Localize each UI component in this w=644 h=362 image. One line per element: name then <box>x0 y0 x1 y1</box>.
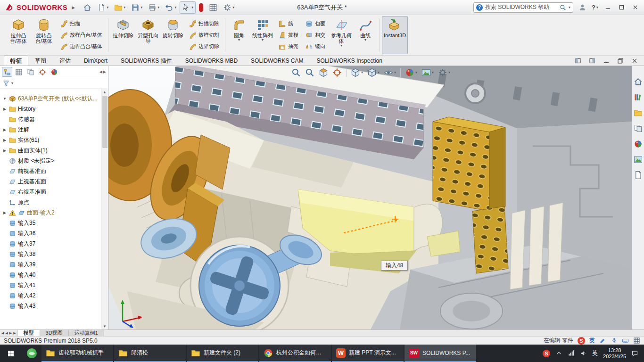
dropdown-caret-icon[interactable]: ▾ <box>174 6 176 9</box>
dropdown-caret-icon[interactable]: ▾ <box>107 6 108 9</box>
close-button[interactable] <box>628 2 642 13</box>
view-orientation-button[interactable]: ▾ <box>351 68 363 77</box>
taskbar-item-chrome[interactable]: 杭州公积金如何一—... <box>259 345 331 362</box>
tab-features[interactable]: 特征 <box>4 56 28 66</box>
display-report-button[interactable] <box>206 1 220 14</box>
appearances-icon[interactable] <box>634 140 643 148</box>
scrollbar-thumb[interactable] <box>102 96 107 148</box>
tab-evaluate[interactable]: 评估 <box>53 56 77 66</box>
last-tab-icon[interactable]: ▶ <box>13 331 16 335</box>
taskbar-item-folder3[interactable]: 新建文件夹 (2) <box>187 345 258 362</box>
ribbon-button-rib[interactable]: 筋 <box>277 18 300 29</box>
dropdown-caret-icon[interactable]: ▾ <box>361 71 363 74</box>
ribbon-button-shell[interactable]: 抽壳 <box>277 41 300 51</box>
taskbar-clock[interactable]: 13:28 2023/4/25 <box>603 347 626 360</box>
new-document-button[interactable]: ▾ <box>95 1 111 14</box>
apply-scene-button[interactable]: ▾ <box>421 68 434 77</box>
volume-icon[interactable] <box>580 350 587 357</box>
tab-property-manager[interactable] <box>14 67 24 77</box>
view-palette-icon[interactable] <box>634 124 643 133</box>
ribbon-button-boundary-cut[interactable]: 边界切除 <box>187 41 221 51</box>
tab-model[interactable]: 模型 <box>18 330 40 336</box>
expand-icon[interactable]: ▶ <box>2 148 7 153</box>
ribbon-button-wrap[interactable]: 包覆 <box>304 18 327 29</box>
tree-item-surface-bodies[interactable]: ▶曲面实体(1) <box>0 145 108 156</box>
scroll-left-icon[interactable]: ◀ <box>99 70 102 74</box>
dropdown-caret-icon[interactable]: ▾ <box>364 38 366 42</box>
ribbon-button-curves[interactable]: 曲线▾ <box>354 16 377 54</box>
collapse-icon[interactable]: ▼ <box>2 97 7 101</box>
dropdown-caret-icon[interactable]: ▾ <box>124 6 125 9</box>
tree-filter[interactable]: ▾ <box>0 78 108 89</box>
tab-dimxpert[interactable]: DimXpert <box>77 56 114 66</box>
tree-item-top-plane[interactable]: 上视基准面 <box>0 176 108 187</box>
print-button[interactable]: ▾ <box>146 1 162 14</box>
network-icon[interactable] <box>568 350 575 357</box>
dropdown-caret-icon[interactable]: ▾ <box>432 71 434 74</box>
display-style-button[interactable]: ▾ <box>367 68 380 77</box>
tree-item-material[interactable]: 材质 <未指定> <box>0 156 108 166</box>
scroll-down-icon[interactable]: ▼ <box>103 323 107 329</box>
section-view-button[interactable] <box>319 68 328 77</box>
ribbon-button-boundary-boss[interactable]: 边界凸台/基体 <box>58 41 104 51</box>
tab-addins[interactable]: SOLIDWORKS 插件 <box>114 56 179 66</box>
dropdown-caret-icon[interactable]: ▾ <box>238 38 240 42</box>
ribbon-button-intersect[interactable]: 相交 <box>304 30 327 40</box>
expand-icon[interactable]: ▶ <box>2 211 7 215</box>
minimize-button[interactable] <box>601 2 615 13</box>
tab-configuration-manager[interactable] <box>25 67 36 77</box>
next-tab-icon[interactable]: ▶ <box>9 331 12 335</box>
doc-restore-button[interactable] <box>615 57 626 65</box>
taskbar-item-folder1[interactable]: 齿轮驱动机械抓手 <box>41 345 113 362</box>
expand-icon[interactable]: ▶ <box>2 107 7 111</box>
dropdown-caret-icon[interactable]: ▾ <box>596 6 598 9</box>
tab-3d-views[interactable]: 3D视图 <box>40 330 69 336</box>
ribbon-button-swept-boss[interactable]: 扫描 <box>58 18 104 29</box>
sogou-tray-icon[interactable]: S <box>543 350 550 357</box>
tree-scrollbar[interactable]: ▲ ▼ <box>101 89 108 329</box>
dropdown-caret-icon[interactable]: ▾ <box>232 6 234 9</box>
dropdown-caret-icon[interactable]: ▾ <box>415 71 417 74</box>
tree-item-import42[interactable]: 输入42 <box>0 290 108 301</box>
save-button[interactable]: ▾ <box>129 1 145 14</box>
sogou-icon[interactable]: S <box>578 337 585 345</box>
undo-button[interactable]: ▾ <box>163 1 179 14</box>
tab-inspection[interactable]: SOLIDWORKS Inspection <box>310 56 388 66</box>
expand-icon[interactable]: ▶ <box>2 138 7 142</box>
tree-item-import41[interactable]: 输入41 <box>0 280 108 290</box>
home-button[interactable] <box>81 1 94 14</box>
custom-properties-icon[interactable] <box>634 171 643 180</box>
ribbon-button-revolved-boss[interactable]: 旋转凸台/基体 <box>31 16 57 54</box>
options-button[interactable]: ▾ <box>221 1 237 14</box>
search-icon[interactable] <box>560 4 566 11</box>
toolbox-icon[interactable] <box>633 337 640 344</box>
prev-tab-icon[interactable]: ◀ <box>5 331 8 335</box>
tree-item-import36[interactable]: 输入36 <box>0 228 108 239</box>
help-menu-button[interactable]: ?▾ <box>592 4 598 11</box>
tab-motion-study[interactable]: 运动算例1 <box>69 330 104 336</box>
maximize-button[interactable] <box>615 2 628 13</box>
scenes-icon[interactable] <box>634 155 643 164</box>
ribbon-button-revolved-cut[interactable]: 旋转切除 <box>161 16 185 54</box>
ribbon-button-draft[interactable]: 拔模 <box>277 30 300 40</box>
tree-item-import38[interactable]: 输入38 <box>0 249 108 259</box>
ribbon-button-swept-cut[interactable]: 扫描切除 <box>187 18 221 29</box>
dropdown-caret-icon[interactable]: ▾ <box>191 6 193 9</box>
open-button[interactable]: ▾ <box>112 1 128 14</box>
tab-cam[interactable]: SOLIDWORKS CAM <box>244 56 310 66</box>
3d-model-view[interactable] <box>108 66 632 329</box>
tree-root[interactable]: ▼63A单P空气开关 (默认<<默认... <box>0 93 108 104</box>
doc-minimize-button[interactable] <box>601 57 612 65</box>
taskbar-item-folder2[interactable]: 邱清松 <box>114 345 186 362</box>
expand-icon[interactable]: ▶ <box>2 128 7 132</box>
tree-item-annotations[interactable]: ▶注解 <box>0 124 108 135</box>
dropdown-caret-icon[interactable]: ▾ <box>140 6 142 9</box>
ribbon-button-reference-geometry[interactable]: 参考几何体▾ <box>329 16 354 54</box>
dropdown-caret-icon[interactable]: ▾ <box>157 6 159 9</box>
help-search-input[interactable]: ? 搜索 SOLIDWORKS 帮助 ▾ <box>473 2 573 13</box>
dropdown-caret-icon[interactable]: ▾ <box>394 71 396 74</box>
toolbar-flyout-arrow-icon[interactable]: ▶ <box>70 4 77 11</box>
tree-item-sensors[interactable]: 传感器 <box>0 114 108 124</box>
scroll-right-icon[interactable]: ▶ <box>103 70 106 74</box>
keyboard-icon[interactable] <box>622 337 629 344</box>
